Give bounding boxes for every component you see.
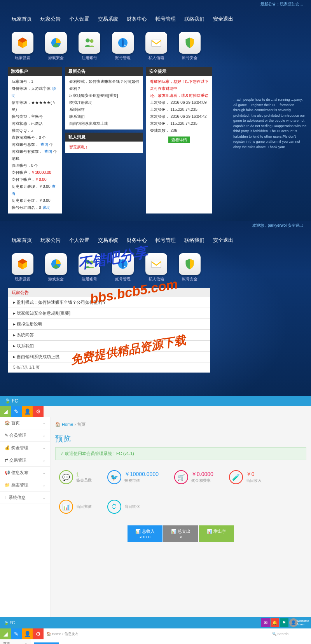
- safety-detail-button[interactable]: 查看详情: [168, 136, 190, 143]
- safety-row: 本次登录： 2016-06-29 16:04:42: [150, 113, 208, 120]
- shortcut-label: 注册账号: [82, 276, 97, 282]
- sidebar-item-6[interactable]: T 系统信息⌄: [0, 492, 50, 504]
- sidebar-item-2[interactable]: 💰 奖金管理⌄: [0, 442, 50, 454]
- shortcut-2[interactable]: 注册账号: [79, 253, 100, 282]
- btn-green[interactable]: ◢: [0, 406, 11, 417]
- shortcut-icons-2: 玩家设置游戏安全注册账号账号管理私人信箱帐号安全: [0, 249, 311, 288]
- action-button[interactable]: 📊 总收入¥ 1000: [128, 525, 162, 542]
- sidebar2-item-0[interactable]: 首页⌄: [0, 639, 31, 644]
- stat-card: 📊当日充值: [59, 500, 92, 514]
- page-title: 预览: [55, 434, 306, 444]
- notice-item[interactable]: 系统问答: [69, 106, 139, 113]
- top-icon-2[interactable]: 🔔: [271, 618, 279, 627]
- action-button[interactable]: 📊 增出字: [199, 525, 234, 542]
- shortcut-label: 帐号安全: [182, 276, 197, 282]
- nav-item-2[interactable]: 个人设置: [69, 16, 89, 23]
- account-panel: 游戏帐户 玩家编号：1身份等级：无游戏字体说明信用等级：★★★★★(五星)帐号类…: [8, 67, 62, 214]
- shortcut-3[interactable]: 账号管理: [112, 32, 134, 61]
- announcement-box: 玩家公告 ▸ 盈利模式：如何快速赚车全钱？公司如何盈利？▸ 玩家须知安全创意规则…: [8, 288, 210, 373]
- notice-item[interactable]: 联系我们: [69, 113, 139, 120]
- top-right-status: 欢迎您：parkyerwol 安全退出: [0, 221, 311, 230]
- shortcut-1[interactable]: 游戏安全: [45, 32, 67, 61]
- stat-icon: 🐦: [107, 470, 121, 484]
- nav-item-3[interactable]: 交易系统: [98, 16, 118, 23]
- shortcut-icon-3: [112, 32, 134, 54]
- sidebar-item-4[interactable]: 📢 信息发布⌄: [0, 467, 50, 479]
- nav-item-3[interactable]: 交易系统: [98, 237, 118, 244]
- nav-item-6[interactable]: 联络我们: [184, 16, 204, 23]
- sidebar-item-3[interactable]: ⇄ 交易管理⌄: [0, 454, 50, 467]
- svg-rect-4: [152, 40, 161, 47]
- account-link[interactable]: 查询: [44, 149, 52, 154]
- search-input[interactable]: 🔍 Search: [269, 631, 308, 637]
- nav-item-7[interactable]: 安全退出: [213, 237, 233, 244]
- welcome-banner: ✓ 欢迎使用本会员管理系统！FC (v1.1): [55, 447, 306, 460]
- shortcut-icon-4: [145, 32, 167, 54]
- notice-item[interactable]: 自由销利系统成功上线: [69, 120, 139, 127]
- announce-item[interactable]: ▸ 模拟注册说明: [8, 319, 210, 330]
- nav-item-6[interactable]: 联络我们: [184, 237, 204, 244]
- account-link[interactable]: 说明: [43, 205, 51, 210]
- shortcut-icon-0: [12, 253, 33, 275]
- shortcut-1[interactable]: 游戏安全: [45, 253, 67, 282]
- chevron-down-icon: ⌄: [42, 433, 45, 438]
- shortcut-icons: 玩家设置游戏安全注册账号账号管理私人信箱帐号安全: [0, 28, 311, 67]
- announce-item[interactable]: ▸ 联系我们: [8, 341, 210, 352]
- shortcut-label: 玩家设置: [15, 55, 30, 61]
- nav-item-7[interactable]: 安全退出: [213, 16, 233, 23]
- announce-item[interactable]: ▸ 自由销利系统成功上线: [8, 352, 210, 362]
- nav-item-0[interactable]: 玩家首页: [12, 16, 32, 23]
- shortcut-icon-4: [145, 253, 167, 275]
- sidebar-item-1[interactable]: ✎ 会员管理⌄: [0, 429, 50, 442]
- announce-item[interactable]: ▸ 玩家须知安全创意规则[重要]: [8, 308, 210, 319]
- shortcut-5[interactable]: 帐号安全: [179, 32, 201, 61]
- shortcut-2[interactable]: 注册账号: [79, 32, 100, 61]
- sidebar-item-0[interactable]: 🏠 首页⌄: [0, 417, 50, 429]
- nav-item-0[interactable]: 玩家首页: [12, 237, 32, 244]
- btn-blue-2[interactable]: ✎: [11, 628, 22, 639]
- nav-item-4[interactable]: 财务中心: [127, 237, 147, 244]
- top-icon-1[interactable]: ✉: [261, 618, 270, 627]
- breadcrumb: 🏠 Home › 首页: [55, 422, 306, 430]
- nav-item-1[interactable]: 玩家公告: [40, 16, 61, 23]
- account-link[interactable]: 查询: [40, 142, 48, 147]
- shortcut-icon-3: [112, 253, 134, 275]
- message-panel-title: 私人消息: [65, 133, 143, 142]
- shortcut-0[interactable]: 玩家设置: [12, 253, 33, 282]
- top-icon-3[interactable]: ⚑: [280, 618, 288, 627]
- nav-item-5[interactable]: 帐号管理: [156, 237, 176, 244]
- chevron-down-icon: ⌄: [42, 483, 45, 487]
- notice-item[interactable]: 玩家须知安全创意规则[重要]: [69, 92, 139, 99]
- btn-red-2[interactable]: ⚙: [33, 628, 44, 639]
- nav-item-2[interactable]: 个人设置: [69, 237, 89, 244]
- account-row: 历史累计表现：￥0.00查看: [12, 183, 58, 197]
- shortcut-3[interactable]: 账号管理: [112, 253, 134, 282]
- btn-green-2[interactable]: ◢: [0, 628, 11, 639]
- shortcut-5[interactable]: 帐号安全: [179, 253, 201, 282]
- nav-item-4[interactable]: 财务中心: [127, 16, 147, 23]
- btn-orange-2[interactable]: 👤: [22, 628, 33, 639]
- add-announce-button[interactable]: + 发布公告: [34, 642, 59, 644]
- account-row: 游戏账号有效数：查询 个纳税: [12, 148, 58, 162]
- shortcut-4[interactable]: 私人信箱: [145, 32, 167, 61]
- stat-card: 💬1签会员数: [59, 470, 92, 484]
- action-button[interactable]: 📊 总支出¥: [163, 525, 198, 542]
- chevron-down-icon: ⌄: [42, 421, 45, 425]
- announce-item[interactable]: ▸ 盈利模式：如何快速赚车全钱？公司如何盈利？: [8, 297, 210, 308]
- svg-point-1: [86, 38, 90, 43]
- notice-item[interactable]: 模拟注册说明: [69, 99, 139, 106]
- message-empty: 暂无新私！: [69, 145, 89, 149]
- btn-blue[interactable]: ✎: [11, 406, 22, 417]
- btn-red[interactable]: ⚙: [33, 406, 44, 417]
- nav-item-1[interactable]: 玩家公告: [40, 237, 61, 244]
- shortcut-4[interactable]: 私人信箱: [145, 253, 167, 282]
- sidebar-item-5[interactable]: 📁 档案管理⌄: [0, 479, 50, 492]
- notice-item[interactable]: 盈利模式：如何快速赚车全钱？公司如何盈利？: [69, 78, 139, 92]
- account-row: 排网Q Q：无: [12, 127, 58, 134]
- shortcut-0[interactable]: 玩家设置: [12, 32, 33, 61]
- nav-item-5[interactable]: 帐号管理: [156, 16, 176, 23]
- announce-item[interactable]: ▸ 系统问答: [8, 330, 210, 341]
- crumb-home[interactable]: Home: [62, 422, 73, 427]
- stat-icon: 🛒: [174, 470, 188, 484]
- btn-orange[interactable]: 👤: [22, 406, 33, 417]
